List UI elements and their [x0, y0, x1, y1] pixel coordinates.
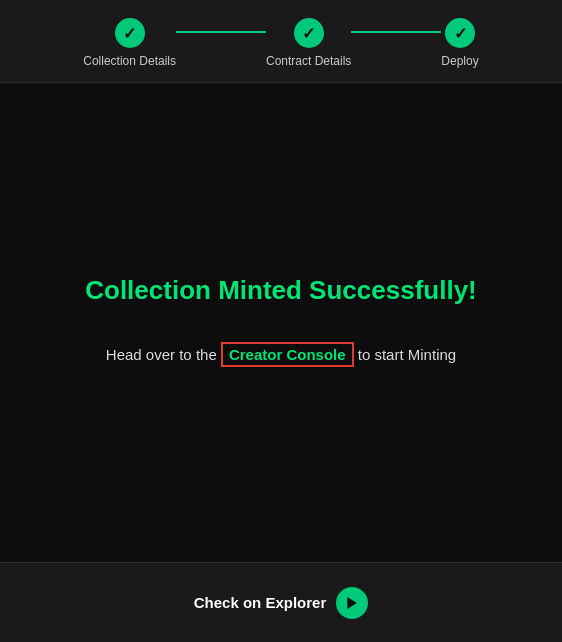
bottom-bar: Check on Explorer [0, 562, 562, 642]
sub-text-container: Head over to the Creator Console to star… [106, 346, 456, 363]
sub-text-prefix: Head over to the [106, 346, 221, 363]
step-circle-2: ✓ [294, 18, 324, 48]
step-label-1: Collection Details [83, 54, 176, 68]
svg-marker-0 [348, 597, 357, 609]
stepper-bar: ✓ Collection Details ✓ Contract Details … [0, 0, 562, 83]
explorer-button[interactable]: Check on Explorer [174, 577, 389, 629]
success-title: Collection Minted Successfully! [85, 275, 477, 306]
step-circle-1: ✓ [115, 18, 145, 48]
step-deploy: ✓ Deploy [441, 18, 478, 68]
step-connector-2 [351, 31, 441, 33]
explorer-button-label: Check on Explorer [194, 594, 327, 611]
step-connector-1 [176, 31, 266, 33]
step-label-2: Contract Details [266, 54, 351, 68]
step-circle-3: ✓ [445, 18, 475, 48]
main-content: Collection Minted Successfully! Head ove… [0, 83, 562, 555]
creator-console-link[interactable]: Creator Console [221, 342, 354, 367]
explorer-icon [336, 587, 368, 619]
step-contract-details: ✓ Contract Details [266, 18, 351, 68]
step-collection-details: ✓ Collection Details [83, 18, 176, 68]
sub-text-suffix: to start Minting [354, 346, 457, 363]
step-label-3: Deploy [441, 54, 478, 68]
